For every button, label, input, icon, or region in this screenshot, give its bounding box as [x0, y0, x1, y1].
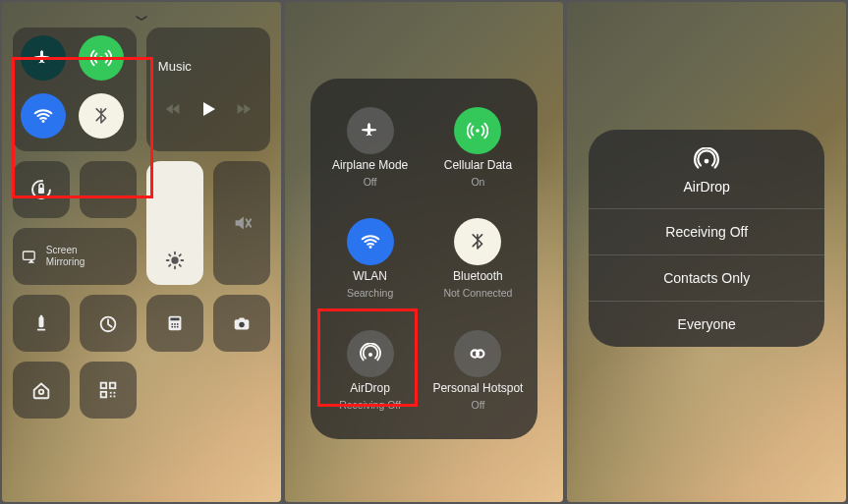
dismiss-chevron-icon[interactable]	[131, 12, 152, 20]
hotspot-label: Personal Hotspot	[432, 381, 523, 395]
volume-slider[interactable]	[213, 161, 270, 285]
wlan-item[interactable]: WLAN Searching	[316, 204, 424, 314]
next-track-icon[interactable]	[236, 99, 255, 119]
bluetooth-icon	[467, 231, 488, 252]
hotspot-icon	[467, 343, 488, 364]
brightness-icon	[164, 250, 186, 271]
connectivity-expanded-pane: Airplane Mode Off Cellular Data On WLAN …	[285, 2, 564, 502]
bluetooth-status: Not Connected	[443, 287, 512, 299]
screen-mirroring-icon	[21, 247, 40, 266]
screen-mirroring-button[interactable]: Screen Mirroring	[13, 228, 137, 285]
airdrop-option-contacts-only[interactable]: Contacts Only	[589, 254, 824, 301]
cellular-data-toggle[interactable]	[79, 35, 124, 81]
wifi-toggle[interactable]	[21, 93, 66, 139]
calculator-button[interactable]	[146, 295, 203, 352]
orientation-lock-toggle[interactable]	[13, 161, 70, 218]
airdrop-label: AirDrop	[350, 381, 390, 395]
qr-scan-button[interactable]	[80, 362, 137, 419]
cellular-data-item[interactable]: Cellular Data On	[424, 92, 533, 202]
camera-button[interactable]	[213, 295, 270, 352]
airdrop-status: Receiving Off	[339, 399, 401, 411]
music-title: Music	[158, 59, 192, 74]
timer-button[interactable]	[80, 295, 137, 352]
airplane-status: Off	[364, 176, 377, 188]
music-module[interactable]: Music	[146, 28, 270, 151]
wifi-icon	[360, 231, 381, 252]
airplane-icon	[360, 120, 381, 141]
hotspot-status: Off	[472, 399, 485, 411]
cellular-icon	[467, 120, 488, 141]
airplane-label: Airplane Mode	[332, 158, 408, 172]
airdrop-sheet: AirDrop Receiving Off Contacts Only Ever…	[589, 130, 824, 347]
bluetooth-toggle[interactable]	[79, 93, 124, 139]
airdrop-icon	[360, 343, 381, 364]
airdrop-option-everyone[interactable]: Everyone	[589, 301, 824, 347]
wlan-status: Searching	[347, 287, 393, 299]
airdrop-item[interactable]: AirDrop Receiving Off	[316, 315, 424, 425]
do-not-disturb-toggle[interactable]	[80, 161, 137, 218]
airdrop-icon	[694, 147, 719, 173]
connectivity-panel: Airplane Mode Off Cellular Data On WLAN …	[311, 79, 538, 439]
home-button[interactable]	[13, 362, 70, 419]
screen-mirroring-label: Screen Mirroring	[46, 245, 85, 268]
flashlight-button[interactable]	[13, 295, 70, 352]
mute-icon	[231, 212, 253, 234]
wlan-label: WLAN	[353, 269, 387, 283]
airdrop-title: AirDrop	[683, 179, 729, 195]
personal-hotspot-item[interactable]: Personal Hotspot Off	[424, 315, 533, 425]
airplane-mode-item[interactable]: Airplane Mode Off	[316, 92, 424, 202]
airdrop-menu-pane: AirDrop Receiving Off Contacts Only Ever…	[567, 2, 846, 502]
airplane-mode-toggle[interactable]	[21, 35, 66, 81]
brightness-slider[interactable]	[146, 161, 203, 285]
bluetooth-label: Bluetooth	[453, 269, 503, 283]
bluetooth-item[interactable]: Bluetooth Not Connected	[424, 204, 533, 314]
cellular-label: Cellular Data	[444, 158, 512, 172]
connectivity-module[interactable]	[13, 28, 137, 151]
control-center-pane: Music Screen Mirroring	[2, 2, 281, 502]
airdrop-option-receiving-off[interactable]: Receiving Off	[589, 208, 824, 254]
previous-track-icon[interactable]	[161, 99, 181, 119]
play-icon[interactable]	[197, 97, 220, 121]
cellular-status: On	[471, 176, 484, 188]
